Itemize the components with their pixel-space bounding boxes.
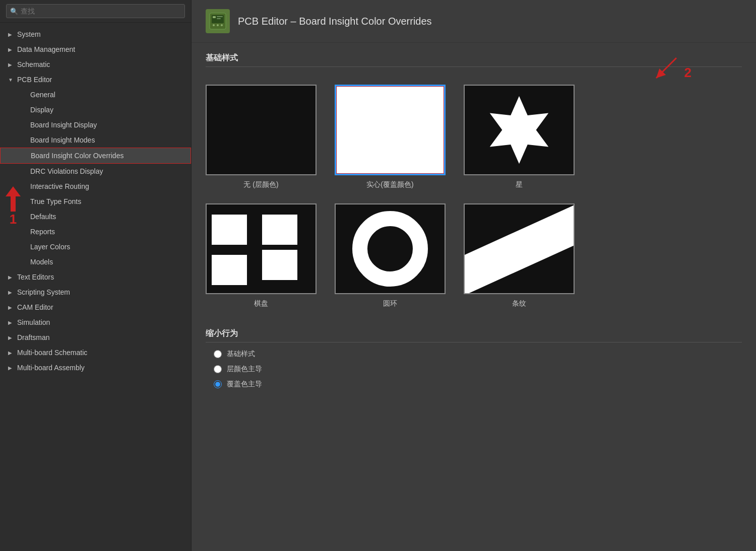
checker-block [212, 255, 247, 285]
svg-point-8 [221, 24, 223, 26]
sidebar-item-data-management[interactable]: ▶Data Management [0, 42, 191, 57]
page-title: PCB Editor – Board Insight Color Overrid… [238, 16, 432, 27]
pattern-box-solid [335, 85, 446, 175]
sidebar-item-text-editors[interactable]: ▶Text Editors [0, 269, 191, 285]
radio-overlay[interactable] [214, 380, 222, 388]
sidebar-item-draftsman[interactable]: ▶Draftsman [0, 330, 191, 345]
sidebar-label-interactive-routing: Interactive Routing [30, 182, 89, 190]
sidebar: 🔍 ▶System▶Data Management▶Schematic▼PCB … [0, 0, 192, 551]
search-input[interactable] [6, 4, 185, 18]
sidebar-item-schematic[interactable]: ▶Schematic [0, 57, 191, 72]
checker-block [262, 250, 297, 280]
radio-label-basic: 基础样式 [227, 350, 255, 359]
sidebar-item-layer-colors[interactable]: Layer Colors [0, 239, 191, 254]
sidebar-item-multi-board-assembly[interactable]: ▶Multi-board Assembly [0, 360, 191, 375]
sidebar-item-system[interactable]: ▶System [0, 27, 191, 42]
sidebar-label-multi-board-schematic: Multi-board Schematic [17, 349, 87, 357]
svg-marker-10 [490, 96, 548, 164]
sidebar-label-cam-editor: CAM Editor [17, 303, 53, 311]
sidebar-item-scripting-system[interactable]: ▶Scripting System [0, 285, 191, 300]
sidebar-label-display: Display [30, 106, 53, 114]
sidebar-item-board-insight-modes[interactable]: Board Insight Modes [0, 132, 191, 148]
svg-marker-12 [465, 204, 575, 294]
radio-basic[interactable] [214, 350, 222, 358]
expand-arrow-schematic: ▶ [8, 62, 14, 67]
pattern-grid: 无 (层颜色)实心(覆盖颜色)星棋盘圆环条纹 [206, 85, 742, 308]
pattern-item-stripe[interactable]: 条纹 [464, 203, 575, 308]
sidebar-item-board-insight-color-overrides[interactable]: Board Insight Color Overrides [0, 148, 191, 164]
pattern-label-solid: 实心(覆盖颜色) [366, 180, 413, 189]
pattern-box-ring [335, 203, 446, 294]
pattern-label-stripe: 条纹 [512, 299, 526, 308]
expand-arrow-scripting-system: ▶ [8, 290, 14, 295]
sidebar-label-board-insight-modes: Board Insight Modes [30, 136, 95, 144]
sidebar-label-text-editors: Text Editors [17, 273, 54, 281]
shrink-section: 缩小行为 基础样式层颜色主导覆盖色主导 [192, 323, 756, 404]
svg-point-11 [360, 219, 420, 279]
radio-label-layer: 层颜色主导 [227, 365, 262, 374]
sidebar-item-display[interactable]: Display [0, 102, 191, 117]
annotation-number-2: 2 [684, 65, 691, 81]
pattern-box-stripe [464, 203, 575, 294]
svg-rect-4 [217, 16, 223, 17]
sidebar-item-multi-board-schematic[interactable]: ▶Multi-board Schematic [0, 345, 191, 360]
sidebar-label-layer-colors: Layer Colors [30, 243, 70, 251]
shrink-section-title: 缩小行为 [206, 328, 742, 342]
sidebar-label-drc-violations-display: DRC Violations Display [30, 167, 103, 175]
expand-arrow-data-management: ▶ [8, 47, 14, 52]
pattern-item-star[interactable]: 星 [464, 85, 575, 189]
page-icon [206, 9, 230, 33]
radio-label-overlay: 覆盖色主导 [227, 380, 262, 389]
svg-point-6 [213, 24, 215, 26]
expand-arrow-system: ▶ [8, 32, 14, 37]
pattern-label-ring: 圆环 [383, 299, 397, 308]
sidebar-item-general[interactable]: General [0, 87, 191, 102]
sidebar-label-data-management: Data Management [17, 45, 75, 53]
search-icon: 🔍 [10, 8, 18, 15]
main-content: PCB Editor – Board Insight Color Overrid… [192, 0, 756, 551]
sidebar-label-models: Models [30, 258, 53, 266]
sidebar-item-interactive-routing[interactable]: Interactive Routing [0, 179, 191, 194]
sidebar-item-true-type-fonts[interactable]: True Type Fonts [0, 194, 191, 209]
pattern-box-none [206, 85, 317, 175]
basic-style-title: 基础样式 [206, 53, 742, 67]
pattern-item-checker[interactable]: 棋盘 [206, 203, 317, 308]
sidebar-label-true-type-fonts: True Type Fonts [30, 197, 81, 205]
sidebar-item-drc-violations-display[interactable]: DRC Violations Display [0, 164, 191, 179]
expand-arrow-pcb-editor: ▼ [8, 77, 14, 83]
svg-point-7 [217, 24, 219, 26]
sidebar-item-board-insight-display[interactable]: Board Insight Display [0, 117, 191, 132]
sidebar-label-draftsman: Draftsman [17, 333, 50, 341]
sidebar-label-multi-board-assembly: Multi-board Assembly [17, 364, 85, 372]
sidebar-label-simulation: Simulation [17, 318, 50, 326]
radio-item-overlay[interactable]: 覆盖色主导 [214, 380, 742, 389]
sidebar-label-board-insight-color-overrides: Board Insight Color Overrides [31, 152, 123, 160]
svg-rect-3 [213, 16, 216, 18]
pattern-item-ring[interactable]: 圆环 [335, 203, 446, 308]
pattern-item-solid[interactable]: 实心(覆盖颜色) [335, 85, 446, 189]
expand-arrow-simulation: ▶ [8, 320, 14, 325]
sidebar-item-defaults[interactable]: Defaults [0, 209, 191, 224]
pattern-item-none[interactable]: 无 (层颜色) [206, 85, 317, 189]
expand-arrow-text-editors: ▶ [8, 274, 14, 280]
sidebar-item-pcb-editor[interactable]: ▼PCB Editor [0, 72, 191, 87]
sidebar-label-schematic: Schematic [17, 60, 50, 68]
sidebar-label-reports: Reports [30, 228, 55, 236]
expand-arrow-multi-board-assembly: ▶ [8, 365, 14, 371]
sidebar-label-scripting-system: Scripting System [17, 288, 70, 296]
page-header: PCB Editor – Board Insight Color Overrid… [192, 0, 756, 43]
radio-item-basic[interactable]: 基础样式 [214, 350, 742, 359]
pattern-box-checker [206, 203, 317, 294]
radio-item-layer[interactable]: 层颜色主导 [214, 365, 742, 374]
sidebar-item-simulation[interactable]: ▶Simulation [0, 315, 191, 330]
sidebar-label-system: System [17, 30, 41, 38]
radio-layer[interactable] [214, 365, 222, 373]
sidebar-item-reports[interactable]: Reports [0, 224, 191, 239]
sidebar-item-cam-editor[interactable]: ▶CAM Editor [0, 300, 191, 315]
nav-tree: ▶System▶Data Management▶Schematic▼PCB Ed… [0, 23, 191, 551]
search-bar: 🔍 [0, 0, 191, 23]
checker-block [262, 215, 297, 245]
expand-arrow-multi-board-schematic: ▶ [8, 350, 14, 356]
sidebar-item-models[interactable]: Models [0, 254, 191, 269]
svg-rect-5 [217, 18, 221, 19]
